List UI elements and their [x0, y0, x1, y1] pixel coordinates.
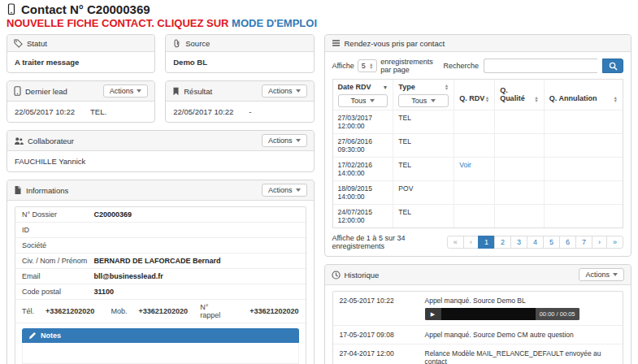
- collaborateur-panel-title: Collaborateur: [28, 136, 74, 145]
- filter-date-rdv[interactable]: Tous: [338, 94, 388, 107]
- edit-icon: [28, 332, 37, 340]
- column-header-q-rdv[interactable]: Q. RDV▲▼: [454, 80, 495, 110]
- page-button[interactable]: ‹: [463, 236, 479, 249]
- resultat-actions-button[interactable]: Actions: [262, 84, 307, 98]
- history-content: Appel manqué. Source Demo BL▶00:00 / 00:…: [425, 297, 617, 320]
- history-row: 27-04-2017 12:00Relance Modèle MAIL_RELA…: [333, 344, 623, 364]
- table-cell: TEL: [393, 158, 454, 180]
- page-button[interactable]: 1: [478, 236, 495, 249]
- table-row: 27/03/2017 12:00:00TEL: [333, 110, 623, 133]
- table-cell: POV: [393, 181, 454, 204]
- rdv-table-header: Date RDV▼ Tous Type▲▼ Tous Q. RDV▲▼: [333, 80, 623, 110]
- table-cell: [545, 110, 623, 133]
- info-value: C20000369: [94, 210, 132, 219]
- table-cell: TEL: [393, 205, 454, 228]
- page-button[interactable]: 7: [575, 236, 592, 249]
- notice-banner: NOUVELLE FICHE CONTACT. CLIQUEZ SUR MODE…: [7, 17, 631, 29]
- paperclip-icon: [172, 39, 181, 48]
- table-cell: [545, 205, 623, 228]
- informations-panel-title: Informations: [26, 186, 68, 195]
- table-cell: [495, 181, 545, 204]
- column-header-q-qualite[interactable]: Q. Qualité▲▼: [495, 80, 545, 110]
- notice-text: NOUVELLE FICHE CONTACT. CLIQUEZ SUR: [7, 17, 228, 29]
- info-row: ID: [15, 223, 306, 238]
- table-row: 24/07/2015 12:00:00TEL: [333, 204, 623, 228]
- right-column: Rendez-vous pris par contact Affiche 5 ▲…: [324, 34, 632, 364]
- clock-icon: [332, 271, 341, 280]
- info-row: Société: [15, 238, 306, 254]
- history-row: 17-05-2017 09:08Appel manqué. Source Dem…: [333, 326, 623, 344]
- info-label: Email: [22, 272, 94, 280]
- sort-both-icon: ▲▼: [445, 84, 449, 90]
- rappel-value: +33621202020: [250, 307, 298, 315]
- table-cell: 18/09/2015 14:00:00: [333, 181, 394, 204]
- collaborateur-actions-button[interactable]: Actions: [262, 134, 307, 147]
- audio-player[interactable]: ▶00:00 / 00:05: [425, 308, 579, 320]
- sort-both-icon: ▲▼: [614, 96, 618, 102]
- dernier-lead-actions-button[interactable]: Actions: [103, 84, 149, 98]
- column-header-q-annulation[interactable]: Q. Annulation▲▼: [545, 80, 623, 110]
- page-button[interactable]: «: [447, 236, 464, 249]
- audio-track[interactable]: [441, 308, 536, 320]
- column-header-type[interactable]: Type▲▼: [393, 80, 454, 93]
- informations-actions-button[interactable]: Actions: [262, 184, 307, 197]
- bookmark-icon: [172, 87, 180, 96]
- page-button[interactable]: 2: [494, 236, 511, 249]
- page-button[interactable]: ›: [592, 236, 607, 249]
- table-row: 17/02/2016 14:00:00TELVoir: [333, 157, 623, 180]
- page-length-select[interactable]: 5 ▲▼: [358, 59, 377, 72]
- historique-panel: Historique Actions 22-05-2017 10:22Appel…: [324, 264, 632, 364]
- historique-actions-button[interactable]: Actions: [579, 268, 624, 281]
- mode-emploi-link[interactable]: MODE D'EMPLOI: [232, 17, 317, 29]
- historique-panel-title: Historique: [345, 271, 380, 280]
- table-cell: 17/02/2016 14:00:00: [333, 158, 394, 180]
- info-label: Code postal: [22, 288, 94, 296]
- statut-panel-title: Statut: [27, 39, 47, 48]
- page-button[interactable]: 6: [559, 236, 576, 249]
- voir-link[interactable]: Voir: [454, 158, 495, 180]
- table-cell: [495, 110, 545, 133]
- column-header-date-rdv[interactable]: Date RDV▼: [333, 80, 393, 93]
- table-cell: 27/03/2017 12:00:00: [333, 110, 394, 133]
- table-cell: TEL: [393, 134, 454, 157]
- sort-both-icon: ▲▼: [534, 96, 538, 102]
- table-cell: [495, 158, 545, 180]
- info-value: BERNARD DE LAFORCADE Bernard: [94, 257, 221, 265]
- select-arrows-icon: ▲▼: [369, 63, 373, 69]
- info-label: Civ. / Nom / Prénom: [22, 257, 94, 265]
- info-label: ID: [22, 226, 94, 234]
- info-label: Société: [22, 241, 94, 249]
- mobile-phone-icon: [7, 3, 16, 15]
- dernier-lead-date: 22/05/2017 10:22: [15, 107, 90, 116]
- info-value: 31100: [94, 288, 115, 296]
- dernier-lead-panel: Dernier lead Actions 22/05/2017 10:22 TE…: [7, 80, 155, 123]
- filter-type[interactable]: Tous: [398, 94, 449, 107]
- notes-area[interactable]: [22, 343, 299, 364]
- search-icon: [609, 62, 618, 71]
- resultat-panel: Résultat Actions 22/05/2017 10:22 -: [165, 80, 314, 123]
- history-text: Relance Modèle MAIL_RELANCE_DEFAULT envo…: [425, 349, 617, 364]
- history-text: Appel manqué. Source Demo CM autre quest…: [425, 331, 617, 339]
- page-button[interactable]: 5: [543, 236, 560, 249]
- page-title: Contact N° C20000369: [21, 2, 150, 16]
- historique-list: 22-05-2017 10:22Appel manqué. Source Dem…: [332, 291, 624, 364]
- info-row: Code postal31100: [15, 284, 306, 300]
- page-button[interactable]: 3: [510, 236, 527, 249]
- notes-header[interactable]: Notes: [22, 328, 299, 343]
- left-column: Statut A traiter message Source Demo BL: [7, 34, 315, 364]
- search-input[interactable]: [484, 58, 597, 73]
- page-button[interactable]: 4: [527, 236, 544, 249]
- sort-desc-icon: ▼: [382, 84, 388, 90]
- mob-value: +33621202020: [139, 307, 188, 315]
- statut-panel: Statut A traiter message: [7, 34, 155, 73]
- page-button[interactable]: »: [606, 236, 623, 249]
- file-icon: [14, 185, 22, 195]
- play-icon[interactable]: ▶: [425, 308, 441, 320]
- informations-table: N° DossierC20000369IDSociétéCiv. / Nom /…: [15, 206, 306, 364]
- informations-panel: Informations Actions N° DossierC20000369…: [7, 180, 315, 364]
- history-text: Appel manqué. Source Demo BL: [425, 297, 617, 305]
- rdv-table: Date RDV▼ Tous Type▲▼ Tous Q. RDV▲▼: [332, 79, 624, 228]
- page-header: Contact N° C20000369 NOUVELLE FICHE CONT…: [0, 0, 638, 31]
- search-button[interactable]: [602, 58, 623, 73]
- list-icon: [332, 39, 341, 47]
